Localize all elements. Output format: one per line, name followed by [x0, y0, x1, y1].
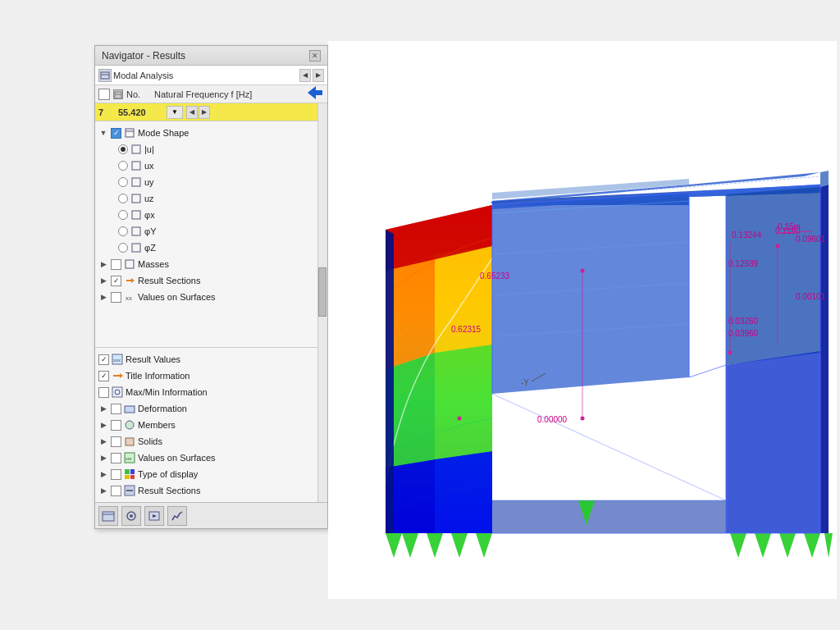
right-plate-front: [726, 351, 820, 533]
values-on-surfaces-expander[interactable]: ▶: [98, 292, 108, 302]
solids-expander[interactable]: ▶: [98, 436, 108, 446]
toolbar-view-button[interactable]: [121, 506, 141, 526]
values-on-surfaces-checkbox[interactable]: [111, 292, 121, 303]
phix-label: φx: [144, 210, 155, 220]
maxmin-checkbox[interactable]: [98, 387, 109, 398]
members-checkbox[interactable]: [111, 420, 121, 431]
phiz-icon: [130, 242, 142, 253]
nav-prev-button[interactable]: ◀: [299, 69, 311, 82]
phiy-radio[interactable]: [118, 226, 128, 236]
dropdown-bar: Modal Analysis ◀ ▶: [95, 66, 327, 85]
toolbar-settings-button[interactable]: [98, 506, 118, 526]
type-display-row[interactable]: ▶ Type of display: [95, 466, 327, 482]
phiz-item[interactable]: φZ: [95, 240, 327, 256]
svg-rect-0: [101, 72, 109, 79]
type-display-expander[interactable]: ▶: [98, 469, 108, 479]
toolbar-animation-button[interactable]: [144, 506, 164, 526]
phix-item[interactable]: φx: [95, 207, 327, 223]
uz-icon: [130, 193, 142, 204]
masses-icon: [124, 258, 135, 270]
members-label: Members: [138, 420, 176, 430]
result-sections-bottom-row[interactable]: ▶ Result Sections: [95, 482, 327, 499]
deformation-row[interactable]: ▶ Deformation: [95, 400, 327, 417]
uz-radio[interactable]: [118, 194, 128, 203]
left-plate-side: [386, 230, 394, 533]
masses-label: Masses: [138, 259, 169, 269]
uz-label: uz: [144, 194, 154, 203]
scrollbar-thumb[interactable]: [318, 267, 326, 317]
u-abs-label: |u|: [144, 144, 154, 154]
svg-rect-2: [115, 92, 121, 98]
u-abs-radio[interactable]: [118, 144, 128, 154]
values-on-surfaces-label: Values on Surfaces: [138, 292, 216, 302]
masses-expander[interactable]: ▶: [98, 259, 108, 269]
svg-point-25: [126, 421, 134, 429]
values-surfaces-display-row[interactable]: ▶ xxx Values on Surfaces: [95, 450, 327, 466]
row-next[interactable]: ▶: [199, 106, 210, 119]
solids-checkbox[interactable]: [111, 436, 121, 447]
title-information-row[interactable]: Title Information: [95, 368, 327, 384]
navigator-panel: Navigator - Results ✕ Modal Analysis ◀ ▶…: [94, 45, 328, 529]
svg-rect-31: [125, 475, 130, 479]
uy-radio[interactable]: [118, 177, 128, 187]
measure-dot-4: [776, 244, 780, 249]
masses-checkbox[interactable]: [111, 259, 121, 270]
value-label-3: 0.65233: [480, 272, 510, 281]
svg-rect-9: [132, 178, 140, 186]
nav-next-button[interactable]: ▶: [313, 69, 324, 82]
panel-scrollbar[interactable]: [317, 103, 327, 502]
masses-item[interactable]: ▶ Masses: [95, 256, 327, 272]
y-axis-label: -Y: [521, 378, 529, 387]
type-display-checkbox[interactable]: [111, 469, 121, 480]
title-info-checkbox[interactable]: [98, 371, 109, 381]
mode-shape-expander[interactable]: ▼: [98, 128, 108, 138]
u-abs-item[interactable]: |u|: [95, 141, 327, 158]
svg-rect-7: [132, 145, 140, 153]
solids-row[interactable]: ▶ Solids: [95, 433, 327, 450]
toolbar-chart-button[interactable]: [167, 506, 187, 526]
row-prev[interactable]: ◀: [186, 106, 198, 119]
result-sections-bottom-icon: [124, 485, 135, 496]
value-label-8: 0.03960: [728, 329, 759, 338]
mode-shape-checkbox[interactable]: [111, 128, 121, 139]
values-surfaces-display-label: Values on Surfaces: [138, 453, 216, 463]
phiy-item[interactable]: φY: [95, 223, 327, 240]
deformation-checkbox[interactable]: [111, 404, 121, 414]
svg-rect-26: [126, 438, 134, 445]
top-beam-outer-top: [820, 171, 829, 187]
result-sections-expander[interactable]: ▶: [98, 276, 108, 285]
values-surfaces-display-expander[interactable]: ▶: [98, 453, 108, 463]
row-nav-arrows: ◀ ▶: [186, 106, 210, 119]
row-dropdown-button[interactable]: ▼: [167, 106, 183, 119]
phiz-radio[interactable]: [118, 243, 128, 253]
values-on-surfaces-item[interactable]: ▶ xx Values on Surfaces: [95, 289, 327, 305]
values-surfaces-display-checkbox[interactable]: [111, 453, 121, 463]
close-button[interactable]: ✕: [309, 50, 321, 62]
analysis-dropdown[interactable]: Modal Analysis: [113, 71, 298, 80]
svg-rect-10: [132, 194, 140, 203]
uy-item[interactable]: uy: [95, 174, 327, 190]
result-sections-bottom-checkbox[interactable]: [111, 486, 121, 496]
result-values-checkbox[interactable]: [98, 354, 109, 365]
result-sections-bottom-label: Result Sections: [138, 486, 200, 495]
result-sections-checkbox[interactable]: [111, 276, 121, 286]
ux-item[interactable]: ux: [95, 158, 327, 174]
phix-radio[interactable]: [118, 210, 128, 220]
svg-rect-11: [132, 211, 140, 219]
result-sections-item[interactable]: ▶ Result Sections: [95, 272, 327, 289]
uz-item[interactable]: uz: [95, 190, 327, 207]
result-values-row[interactable]: xxx Result Values: [95, 351, 327, 368]
members-row[interactable]: ▶ Members: [95, 417, 327, 433]
mode-shape-item[interactable]: ▼ Mode Shape: [95, 125, 327, 141]
panel-titlebar: Navigator - Results ✕: [95, 46, 327, 66]
result-sections-bottom-expander[interactable]: ▶: [98, 486, 108, 495]
svg-rect-22: [112, 387, 122, 397]
ux-radio[interactable]: [118, 161, 128, 171]
selected-row[interactable]: 7 55.420 ▼ ◀ ▶: [95, 103, 327, 121]
svg-rect-12: [132, 227, 140, 235]
deformation-expander[interactable]: ▶: [98, 404, 108, 413]
header-checkbox[interactable]: [98, 89, 110, 100]
members-expander[interactable]: ▶: [98, 420, 108, 430]
members-icon: [124, 419, 135, 431]
maxmin-info-row[interactable]: Max/Min Information: [95, 384, 327, 400]
